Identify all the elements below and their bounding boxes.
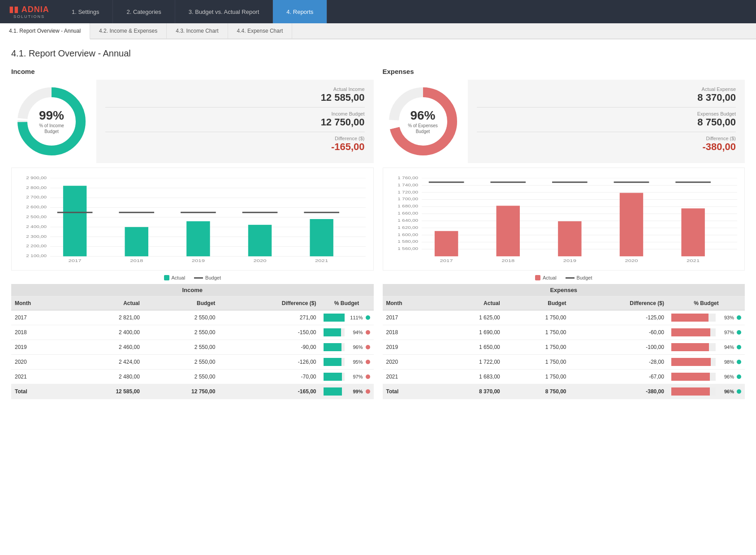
svg-text:2 200,00: 2 200,00	[26, 244, 47, 248]
income-actual-2019: 2 460,00	[68, 340, 143, 355]
income-total-pct-dot	[366, 389, 370, 394]
income-pct-text-2021: 97%	[347, 374, 363, 379]
income-row-2021: 2021 2 480,00 2 550,00 -70,00 97%	[11, 370, 374, 384]
nav-tab-reports[interactable]: 4. Reports	[273, 0, 327, 23]
legend-budget-line	[194, 277, 203, 279]
income-month-2020: 2020	[11, 355, 68, 370]
expenses-difference-value: -380,00	[477, 141, 736, 153]
legend-actual-exp-label: Actual	[543, 275, 557, 280]
nav-tabs: 1. Settings 2. Categories 3. Budget vs. …	[58, 0, 756, 23]
expenses-total-row: Total 8 370,00 8 750,00 -380,00 96%	[383, 384, 745, 399]
income-total-diff: -165,00	[219, 384, 320, 399]
exp-budget-2018: 1 750,00	[504, 325, 570, 340]
exp-pct-bar-2017: 93%	[668, 310, 745, 325]
exp-pct-text-2018: 97%	[718, 330, 734, 335]
sub-tab-expense-chart[interactable]: 4.4. Expense Chart	[228, 23, 293, 39]
expenses-donut-center: 96% % of Expenses Budget	[403, 108, 443, 134]
exp-pct-dot-2018	[737, 330, 741, 335]
exp-total-pct-bar: 96%	[668, 384, 745, 399]
income-stats-box: Actual Income 12 585,00 Income Budget 12…	[96, 80, 374, 163]
exp-budget-2017: 1 750,00	[504, 310, 570, 325]
expenses-row-2021: 2021 1 683,00 1 750,00 -67,00 96%	[383, 370, 745, 384]
income-budget-label: Income Budget	[105, 111, 365, 116]
income-difference-row: Difference ($) -165,00	[105, 136, 365, 153]
income-budget-2017: 2 550,00	[143, 310, 219, 325]
exp-pct-dot-2020	[737, 360, 741, 364]
income-total-row: Total 12 585,00 12 750,00 -165,00 99%	[11, 384, 374, 399]
exp-actual-2019: 1 650,00	[437, 340, 504, 355]
nav-tab-settings[interactable]: 1. Settings	[58, 0, 113, 23]
sub-tab-income-expenses[interactable]: 4.2. Income & Expenses	[90, 23, 167, 39]
th-budget: Budget	[143, 297, 219, 310]
income-pct-text-2018: 94%	[347, 330, 363, 335]
income-pct-dot-2019	[366, 345, 370, 349]
exp-pct-text-2017: 93%	[718, 315, 734, 320]
income-diff-2019: -90,00	[219, 340, 320, 355]
nav-tab-budget-actual[interactable]: 3. Budget vs. Actual Report	[175, 0, 273, 23]
legend-budget-expenses: Budget	[566, 275, 592, 280]
income-pct-bar-2019: 96%	[320, 340, 374, 355]
svg-text:1 620,00: 1 620,00	[397, 225, 418, 229]
income-pct-bar-2018: 94%	[320, 325, 374, 340]
nav-tab-categories[interactable]: 2. Categories	[113, 0, 175, 23]
expenses-section-label: Expenses	[383, 68, 745, 75]
expenses-difference-label: Difference ($)	[477, 136, 736, 141]
income-actual-2021: 2 480,00	[68, 370, 143, 384]
svg-text:2021: 2021	[315, 258, 328, 263]
exp-total-pct-text: 96%	[718, 389, 734, 394]
svg-text:1 640,00: 1 640,00	[397, 218, 418, 222]
sub-tab-income-chart[interactable]: 4.3. Income Chart	[167, 23, 228, 39]
exp-pct-dot-2017	[737, 315, 741, 320]
exp-actual-2020: 1 722,00	[437, 355, 504, 370]
legend-budget-exp-label: Budget	[577, 275, 592, 280]
svg-text:2021: 2021	[687, 258, 700, 263]
income-row-2018: 2018 2 400,00 2 550,00 -150,00 94%	[11, 325, 374, 340]
svg-text:2018: 2018	[130, 258, 143, 263]
svg-text:1 660,00: 1 660,00	[397, 211, 418, 215]
svg-text:2017: 2017	[440, 258, 453, 263]
income-budget-2020: 2 550,00	[143, 355, 219, 370]
income-total-budget: 12 750,00	[143, 384, 219, 399]
main-columns: Income 99% % of Income Budget	[11, 68, 745, 399]
expenses-donut-pct: 96%	[403, 108, 443, 123]
exp-th-actual: Actual	[437, 297, 504, 310]
svg-text:2 100,00: 2 100,00	[26, 254, 47, 258]
income-bar-chart: 2 900,00 2 800,00 2 700,00 2 600,00 2 50…	[11, 168, 374, 271]
income-month-2017: 2017	[11, 310, 68, 325]
exp-total-actual: 8 370,00	[437, 384, 504, 399]
sub-tab-report-overview[interactable]: 4.1. Report Overview - Annual	[0, 23, 90, 39]
income-diff-2018: -150,00	[219, 325, 320, 340]
svg-text:1 760,00: 1 760,00	[397, 176, 418, 180]
actual-expense-value: 8 370,00	[477, 92, 736, 103]
svg-text:2 500,00: 2 500,00	[26, 215, 47, 219]
svg-text:2019: 2019	[192, 258, 205, 263]
income-chart-legend: Actual Budget	[11, 275, 374, 280]
income-budget-value: 12 750,00	[105, 116, 365, 128]
svg-text:1 700,00: 1 700,00	[397, 197, 418, 201]
income-month-2019: 2019	[11, 340, 68, 355]
exp-diff-2017: -125,00	[570, 310, 668, 325]
svg-rect-73	[681, 208, 704, 256]
expenses-donut-label: % of Expenses Budget	[403, 123, 443, 134]
income-pct-bar-2017: 111%	[320, 310, 374, 325]
page-content: 4.1. Report Overview - Annual Income	[0, 39, 756, 408]
exp-diff-2020: -28,00	[570, 355, 668, 370]
income-actual-2017: 2 821,00	[68, 310, 143, 325]
expenses-difference-row: Difference ($) -380,00	[477, 136, 736, 153]
svg-rect-67	[558, 221, 581, 256]
exp-pct-text-2021: 96%	[718, 374, 734, 379]
exp-total-pct-dot	[737, 389, 741, 394]
legend-budget-label: Budget	[205, 275, 221, 280]
legend-actual-dot	[164, 275, 169, 280]
exp-pct-bar-2018: 97%	[668, 325, 745, 340]
income-pct-text-2020: 95%	[347, 359, 363, 365]
expenses-stats-box: Actual Expense 8 370,00 Expenses Budget …	[468, 80, 745, 163]
income-pct-dot-2020	[366, 360, 370, 364]
svg-text:2 700,00: 2 700,00	[26, 195, 47, 199]
income-donut-center: 99% % of Income Budget	[31, 108, 72, 134]
income-pct-bar-2020: 95%	[320, 355, 374, 370]
expenses-donut-chart: 96% % of Expenses Budget	[383, 81, 463, 162]
exp-th-pct-budget: % Budget	[668, 297, 745, 310]
income-budget-row: Income Budget 12 750,00	[105, 111, 365, 128]
svg-text:1 560,00: 1 560,00	[397, 247, 418, 251]
